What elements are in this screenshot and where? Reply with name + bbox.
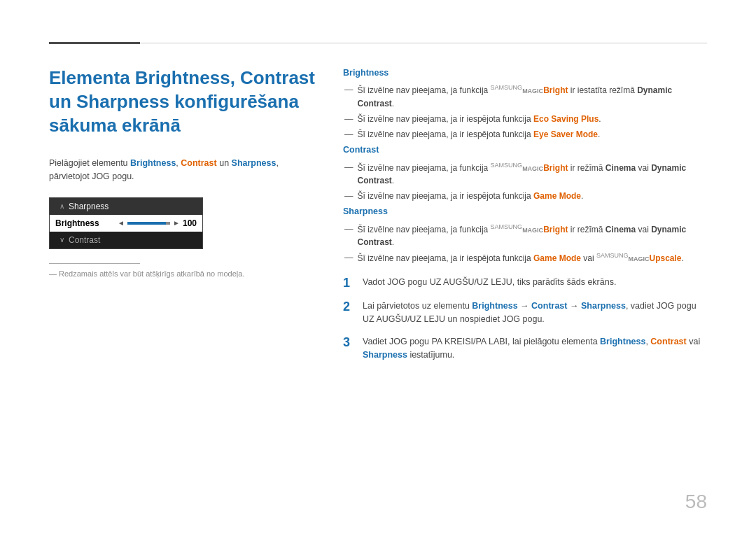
top-border-line xyxy=(140,43,707,43)
top-border xyxy=(49,42,707,44)
numbered-steps: 1 Vadot JOG pogu UZ AUGŠU/UZ LEJU, tiks … xyxy=(343,276,707,362)
section-heading-contrast: Contrast xyxy=(343,143,707,157)
left-column: Elementa Brightness, Contrast un Sharpne… xyxy=(49,66,315,371)
intro-text: Pielāgojiet elementu Brightness, Contras… xyxy=(49,157,315,183)
step-text-1: Vadot JOG pogu UZ AUGŠU/UZ LEJU, tiks pa… xyxy=(363,276,707,289)
osd-row-sharpness: ∧ Sharpness xyxy=(50,198,202,215)
step-num-2: 2 xyxy=(343,300,363,315)
section-heading-sharpness: Sharpness xyxy=(343,205,707,218)
step-3: 3 Vadiet JOG pogu PA KREISI/PA LABI, lai… xyxy=(343,335,707,363)
step-text-2: Lai pārvietotos uz elementu Brightness →… xyxy=(363,300,707,327)
content-wrapper: Elementa Brightness, Contrast un Sharpne… xyxy=(49,66,707,371)
bullet-text-b2: Šī izvēlne nav pieejama, ja ir iespējota… xyxy=(358,113,708,126)
section-sharpness: Sharpness ― Šī izvēlne nav pieejama, ja … xyxy=(343,205,707,265)
dash-c2: ― xyxy=(344,190,354,203)
bullet-text-b1: Šī izvēlne nav pieejama, ja funkcija SAM… xyxy=(358,83,708,110)
section-heading-brightness: Brightness xyxy=(343,66,707,80)
step-num-1: 1 xyxy=(343,276,363,291)
bullet-text-s2: Šī izvēlne nav pieejama, ja ir iespējota… xyxy=(358,251,708,265)
osd-menu: ∧ Sharpness Brightness ◄ ► 100 ∨ xyxy=(49,197,203,249)
step-2: 2 Lai pārvietotos uz elementu Brightness… xyxy=(343,300,707,327)
page-container: Elementa Brightness, Contrast un Sharpne… xyxy=(0,0,756,534)
slider-value: 100 xyxy=(180,218,197,228)
section-contrast: Contrast ― Šī izvēlne nav pieejama, ja f… xyxy=(343,143,707,203)
bullet-text-c2: Šī izvēlne nav pieejama, ja ir iespējota… xyxy=(358,190,708,203)
osd-row-brightness: Brightness ◄ ► 100 xyxy=(50,215,202,232)
arrow-down-icon: ∨ xyxy=(59,236,64,244)
main-title: Elementa Brightness, Contrast un Sharpne… xyxy=(49,66,315,137)
osd-brightness-label: Brightness xyxy=(55,218,118,228)
slider-fill xyxy=(127,222,166,225)
right-column: Brightness ― Šī izvēlne nav pieejama, ja… xyxy=(343,66,707,371)
osd-slider: ◄ ► xyxy=(118,219,180,227)
section-brightness: Brightness ― Šī izvēlne nav pieejama, ja… xyxy=(343,66,707,141)
bullet-text-c1: Šī izvēlne nav pieejama, ja funkcija SAM… xyxy=(358,161,708,188)
bullet-b1: ― Šī izvēlne nav pieejama, ja funkcija S… xyxy=(343,83,707,110)
step-1: 1 Vadot JOG pogu UZ AUGŠU/UZ LEJU, tiks … xyxy=(343,276,707,291)
arrow-up-icon: ∧ xyxy=(59,202,64,210)
bullet-s2: ― Šī izvēlne nav pieejama, ja ir iespējo… xyxy=(343,251,707,265)
osd-contrast-label: Contrast xyxy=(69,235,100,245)
intro-sep2: un xyxy=(217,158,232,168)
bullet-s1: ― Šī izvēlne nav pieejama, ja funkcija S… xyxy=(343,223,707,249)
bullet-text-b3: Šī izvēlne nav pieejama, ja ir iespējota… xyxy=(358,128,708,141)
bullet-text-s1: Šī izvēlne nav pieejama, ja funkcija SAM… xyxy=(358,223,708,249)
intro-sharpness: Sharpness xyxy=(232,158,276,168)
footnote-text: ― Redzamais attēls var būt atšķirīgs atk… xyxy=(49,269,315,278)
osd-sharpness-label: Sharpness xyxy=(69,202,108,211)
bullet-c1: ― Šī izvēlne nav pieejama, ja funkcija S… xyxy=(343,161,707,188)
dash-c1: ― xyxy=(344,161,354,174)
intro-before: Pielāgojiet elementu xyxy=(49,158,130,168)
arrow-left-icon: ◄ xyxy=(118,219,125,227)
step-num-3: 3 xyxy=(343,335,363,351)
slider-track xyxy=(127,222,170,225)
dash-b1: ― xyxy=(344,83,354,97)
footnote-divider xyxy=(49,263,140,264)
dash-s2: ― xyxy=(344,251,354,265)
intro-brightness: Brightness xyxy=(130,158,176,168)
osd-row-contrast: ∨ Contrast xyxy=(50,232,202,248)
bullet-b2: ― Šī izvēlne nav pieejama, ja ir iespējo… xyxy=(343,113,707,126)
arrow-right-icon: ► xyxy=(173,219,180,227)
top-border-accent xyxy=(49,42,140,44)
step-text-3: Vadiet JOG pogu PA KREISI/PA LABI, lai p… xyxy=(363,335,707,363)
dash-b3: ― xyxy=(344,128,354,141)
bullet-b3: ― Šī izvēlne nav pieejama, ja ir iespējo… xyxy=(343,128,707,141)
intro-contrast: Contrast xyxy=(181,158,216,168)
page-number: 58 xyxy=(685,491,707,513)
bullet-c2: ― Šī izvēlne nav pieejama, ja ir iespējo… xyxy=(343,190,707,203)
dash-b2: ― xyxy=(344,113,354,126)
dash-s1: ― xyxy=(344,223,354,236)
